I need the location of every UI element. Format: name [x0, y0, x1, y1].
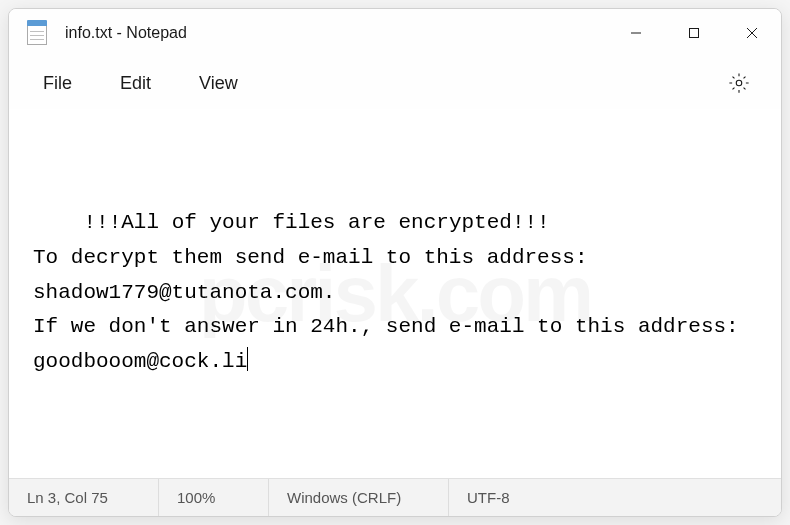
minimize-icon	[629, 26, 643, 40]
menu-file[interactable]: File	[19, 65, 96, 102]
gear-icon	[728, 72, 750, 94]
notepad-icon	[27, 21, 47, 45]
window-controls	[607, 9, 781, 57]
close-icon	[745, 26, 759, 40]
notepad-window: info.txt - Notepad File Edit View pcrisk	[8, 8, 782, 517]
status-zoom[interactable]: 100%	[159, 479, 269, 516]
text-editor[interactable]: pcrisk.com !!!All of your files are encr…	[9, 109, 781, 478]
maximize-icon	[687, 26, 701, 40]
status-line-ending: Windows (CRLF)	[269, 479, 449, 516]
menu-view[interactable]: View	[175, 65, 262, 102]
maximize-button[interactable]	[665, 9, 723, 57]
status-cursor-position: Ln 3, Col 75	[9, 479, 159, 516]
svg-rect-1	[690, 29, 699, 38]
document-text: !!!All of your files are encrypted!!! To…	[33, 211, 751, 373]
window-title: info.txt - Notepad	[65, 24, 607, 42]
close-button[interactable]	[723, 9, 781, 57]
status-encoding: UTF-8	[449, 479, 781, 516]
settings-button[interactable]	[717, 61, 761, 105]
menu-edit[interactable]: Edit	[96, 65, 175, 102]
svg-point-4	[736, 80, 742, 86]
minimize-button[interactable]	[607, 9, 665, 57]
statusbar: Ln 3, Col 75 100% Windows (CRLF) UTF-8	[9, 478, 781, 516]
text-cursor	[247, 347, 248, 371]
menubar: File Edit View	[9, 57, 781, 109]
titlebar[interactable]: info.txt - Notepad	[9, 9, 781, 57]
